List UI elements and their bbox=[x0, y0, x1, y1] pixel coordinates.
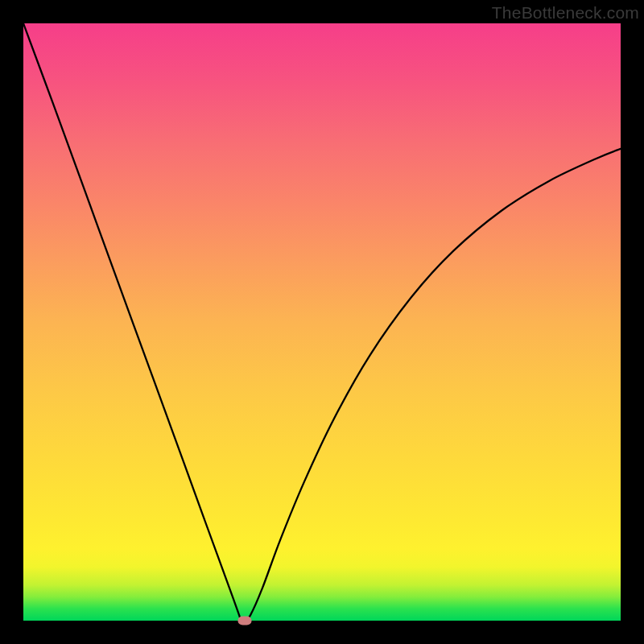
chart-frame: TheBottleneck.com bbox=[0, 0, 644, 644]
curve-path bbox=[23, 23, 621, 621]
curve-svg bbox=[23, 23, 621, 621]
plot-area bbox=[23, 23, 621, 621]
watermark-text: TheBottleneck.com bbox=[492, 3, 639, 23]
minimum-marker bbox=[237, 617, 251, 625]
